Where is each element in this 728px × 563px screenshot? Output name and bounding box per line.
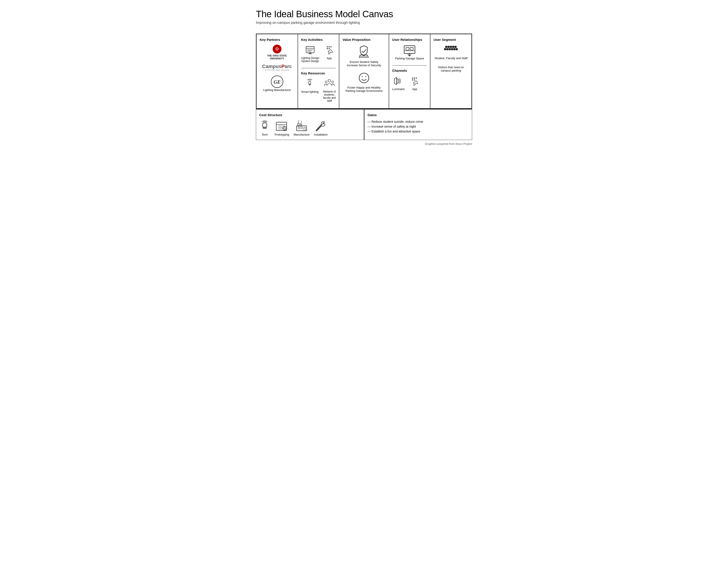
svg-point-12 [327, 48, 328, 49]
svg-rect-49 [263, 127, 266, 128]
channels-header: Channels [392, 69, 427, 72]
svg-rect-67 [304, 127, 306, 131]
vp-safety-text: Ensure Student SafetyIncrease Sense of S… [347, 60, 381, 67]
svg-point-56 [283, 126, 287, 130]
svg-point-36 [412, 79, 413, 81]
svg-point-26 [365, 76, 366, 77]
channels-app-label: App [412, 87, 417, 91]
footer-italic: Noun Project [456, 142, 472, 145]
svg-point-47 [452, 46, 454, 48]
gains-item-3: Establish a fun and attractive space [368, 130, 469, 133]
svg-point-9 [327, 46, 328, 47]
user-relationships-cell: User Relationships Parking Garage Space … [389, 34, 430, 108]
campusparc-partner: CampusParc at The Ohio State University [260, 64, 295, 71]
vp-happy-text: Foster Happy and HealthyParking Garage E… [345, 86, 383, 92]
student-faculty-label: Student, Faculty and Staff [434, 56, 467, 60]
smart-lighting-icon [304, 78, 315, 89]
page-subtitle: Improving on-campus parking garage envir… [256, 21, 472, 25]
manufacture-item: Manufacture [294, 120, 310, 136]
channels-app-item: App [409, 75, 420, 91]
footer-text: Graphics acquired from [425, 142, 456, 145]
visitors-label: Visitors that need on campus parking [433, 66, 468, 72]
svg-point-33 [412, 77, 413, 79]
gains-list: Reduce student suicide, reduce crime Inc… [368, 120, 469, 133]
students-icon [443, 45, 459, 56]
svg-point-37 [414, 79, 415, 81]
cost-structure-header: Cost Structure [259, 113, 361, 117]
parking-garage-label: Parking Garage Space [395, 57, 424, 60]
svg-rect-32 [397, 79, 398, 83]
ge-label: Lighting Manufacturer [263, 88, 291, 92]
activities-section: Key Activities Lighting DesignSystem Des… [301, 38, 336, 68]
network-label: Network ofstudents,faculty andstaff [323, 90, 336, 102]
vp-safety-item: Ensure Student SafetyIncrease Sense of S… [342, 45, 385, 67]
svg-point-24 [359, 73, 369, 83]
svg-point-39 [446, 48, 449, 50]
key-partners-cell: Key Partners O THE OHIO STATEUNIVERSITY … [256, 34, 298, 108]
installation-label: Installation [314, 133, 328, 136]
svg-point-44 [445, 46, 448, 48]
svg-point-41 [451, 48, 453, 50]
svg-point-40 [449, 48, 451, 50]
luminaire-label: Luminaire [392, 87, 405, 91]
user-rel-header: User Relationships [392, 38, 427, 41]
activities-icon-row: Lighting DesignSystem Design App [301, 45, 336, 63]
svg-point-17 [328, 79, 331, 82]
network-item: Network ofstudents,faculty andstaff [323, 78, 336, 102]
channels-app-icon [409, 75, 420, 86]
installation-icon [314, 120, 327, 132]
manufacture-label: Manufacture [294, 133, 310, 136]
svg-point-11 [330, 46, 332, 47]
svg-point-10 [329, 46, 330, 47]
svg-point-35 [416, 77, 417, 79]
key-resources-section: Key Resources Smart lighting [301, 71, 336, 105]
campusparc-sub: at The Ohio State University [265, 69, 289, 71]
svg-point-19 [332, 81, 334, 83]
app-activities-label: App [327, 56, 332, 60]
svg-rect-65 [298, 127, 300, 129]
svg-point-38 [444, 48, 447, 50]
key-activities-header: Key Activities [301, 38, 336, 41]
installation-item: Installation [314, 120, 328, 136]
lighting-design-label: Lighting DesignSystem Design [301, 56, 319, 63]
svg-point-48 [454, 46, 457, 48]
svg-rect-66 [301, 127, 303, 129]
canvas-grid: Key Partners O THE OHIO STATEUNIVERSITY … [256, 34, 472, 109]
svg-rect-29 [410, 47, 413, 50]
vp-happy-item: Foster Happy and HealthyParking Garage E… [342, 71, 385, 92]
bottom-row: Cost Structure Tech [256, 109, 472, 140]
gains-item-2: Increase sense of safety at night [368, 125, 469, 128]
lighting-design-item: Lighting DesignSystem Design [301, 45, 319, 63]
ge-partner: GE Lighting Manufacturer [260, 75, 295, 92]
prototyping-item: Prototyping [275, 120, 289, 136]
tech-icon [259, 120, 270, 132]
footer: Graphics acquired from Noun Project [256, 142, 472, 145]
svg-rect-7 [309, 53, 311, 53]
key-partners-header: Key Partners [260, 38, 295, 41]
gains-header: Gains [368, 113, 469, 117]
manufacture-icon [295, 120, 308, 132]
value-prop-cell: Value Proposition Ensure Student SafetyI… [339, 34, 389, 108]
svg-point-46 [450, 46, 452, 48]
campusparc-logo: CampusParc [262, 64, 292, 69]
page-title: The Ideal Business Model Canvas [256, 9, 472, 19]
svg-point-13 [329, 48, 330, 49]
lighting-design-icon [305, 45, 316, 56]
osu-name: THE OHIO STATEUNIVERSITY [267, 54, 287, 60]
key-resources-header: Key Resources [301, 71, 336, 75]
prototyping-icon [275, 120, 289, 132]
app-activities-icon [324, 45, 335, 56]
svg-rect-16 [309, 85, 310, 85]
key-activities-cell: Key Activities Lighting DesignSystem Des… [298, 34, 339, 108]
user-rel-top: User Relationships Parking Garage Space [392, 38, 427, 66]
value-prop-header: Value Proposition [342, 38, 385, 41]
osu-partner: O THE OHIO STATEUNIVERSITY [260, 45, 295, 60]
tech-item: Tech [259, 120, 270, 136]
svg-point-34 [414, 77, 415, 79]
luminaire-item: Luminaire [392, 75, 405, 91]
channels-section: Channels Luminaire [392, 69, 427, 93]
luminaire-icon [393, 75, 404, 86]
gains-item-1: Reduce student suicide, reduce crime [368, 120, 469, 123]
ge-logo-icon: GE [270, 75, 284, 88]
smart-lighting-label: Smart lighting [301, 90, 319, 93]
